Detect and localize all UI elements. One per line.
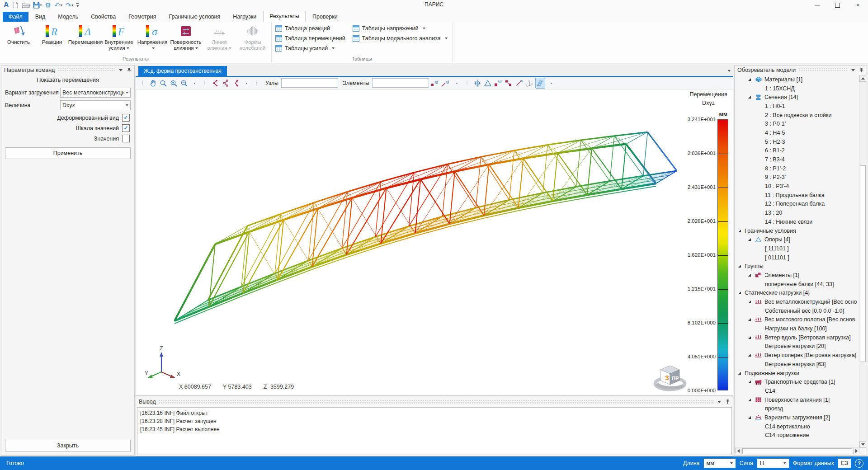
ribbon-button-очистить[interactable]: Очистить bbox=[2, 23, 35, 46]
menu-tab-2[interactable]: Вид bbox=[29, 12, 52, 22]
tree-node[interactable]: 9 : P2-3' bbox=[735, 173, 859, 182]
tree-node[interactable]: 13 : 20 bbox=[735, 208, 859, 217]
tree-node[interactable]: поперечные балки [44, 33] bbox=[735, 280, 859, 289]
tree-expander-icon[interactable] bbox=[748, 398, 751, 402]
local-axes-icon[interactable] bbox=[483, 78, 492, 88]
tree-node[interactable]: 14 : Нижние связи bbox=[735, 217, 859, 226]
section-display-icon[interactable] bbox=[535, 78, 545, 89]
maximize-icon[interactable] bbox=[827, 0, 848, 10]
nodes-input[interactable] bbox=[281, 78, 338, 88]
tree-expander-icon[interactable] bbox=[748, 416, 751, 419]
ribbon-button-таблица-реакций[interactable]: Таблица реакций bbox=[275, 24, 345, 33]
tree-node[interactable]: Поверхности влияния [1] bbox=[735, 395, 859, 404]
zoom-out-icon[interactable] bbox=[179, 78, 189, 88]
output-log[interactable]: [16:23:16 INF] Файл открыт[16:23:28 INF]… bbox=[137, 407, 732, 455]
tree-node[interactable]: Ветровые нагрузки [63] bbox=[735, 360, 859, 369]
toolbar-overflow-icon[interactable] bbox=[452, 78, 461, 88]
tree-node[interactable]: Вес мостового полотна [Вес основ bbox=[735, 315, 859, 324]
tree-node[interactable]: Материалы [1] bbox=[735, 75, 859, 84]
tree-node[interactable]: Сечения [14] bbox=[735, 93, 859, 102]
tree-node[interactable]: 1 : H0-1 bbox=[735, 102, 859, 111]
scroll-down-icon[interactable] bbox=[859, 441, 866, 448]
tree-expander-icon[interactable] bbox=[738, 264, 741, 268]
tree-expander-icon[interactable] bbox=[748, 353, 751, 357]
tree-expander-icon[interactable] bbox=[748, 273, 751, 277]
tree-node[interactable]: Вес металлоконструкций [Вес осно bbox=[735, 297, 859, 306]
ribbon-button-таблицы-усилий[interactable]: Таблицы усилий bbox=[275, 44, 345, 52]
select-free-icon[interactable] bbox=[231, 78, 241, 88]
help-icon[interactable]: ? bbox=[855, 459, 863, 468]
toolbar-overflow-icon[interactable] bbox=[242, 78, 251, 88]
close-button[interactable]: Закрыть bbox=[5, 440, 131, 451]
select-chain-icon[interactable] bbox=[221, 78, 230, 88]
panel-pin-icon[interactable] bbox=[126, 67, 132, 73]
menu-tab-9[interactable]: Проверки bbox=[307, 12, 344, 22]
tree-node[interactable]: Варианты загружения [2] bbox=[735, 413, 859, 422]
toolbar-drag-handle[interactable] bbox=[462, 78, 472, 88]
element-numbers-icon[interactable] bbox=[504, 78, 513, 88]
tree-expander-icon[interactable] bbox=[738, 371, 741, 375]
tree-node[interactable]: Ветровые нагрузки [20] bbox=[735, 342, 859, 351]
tree-node[interactable]: 2 : Все подвески и стойки bbox=[735, 111, 859, 120]
toolbar-drag-handle[interactable] bbox=[252, 78, 261, 88]
node-numbers-icon[interactable]: Nt bbox=[494, 78, 503, 88]
data-format-field[interactable]: E3 bbox=[838, 459, 851, 468]
tab-list-dropdown-icon[interactable] bbox=[728, 67, 731, 74]
menu-tab-3[interactable]: Модель bbox=[52, 12, 84, 22]
tree-node[interactable]: Транспортные средства [1] bbox=[735, 377, 859, 386]
tree-node[interactable]: Собственный вес [0.0 0.0 -1.0] bbox=[735, 306, 859, 315]
tree-node[interactable]: Ветер вдоль [Ветровая нагрузка] bbox=[735, 333, 859, 342]
tree-expander-icon[interactable] bbox=[738, 291, 741, 295]
menu-tab-4[interactable]: Свойства bbox=[85, 12, 122, 22]
ribbon-button-внутренние-усилия[interactable]: FВнутренние усилия bbox=[102, 23, 136, 52]
ribbon-button-напряжения[interactable]: σНапряжения bbox=[136, 23, 169, 52]
tree-node[interactable]: 4 : H4-5 bbox=[735, 128, 859, 137]
tree-node[interactable]: проезд bbox=[735, 404, 859, 413]
tree-node[interactable]: Группы bbox=[735, 262, 859, 271]
tree-node[interactable]: Элементы [1] bbox=[735, 271, 859, 280]
ribbon-button-таблицы-модального-анализа[interactable]: Таблицы модального анализа bbox=[353, 34, 448, 42]
quantity-select[interactable]: Dxyz bbox=[60, 100, 131, 110]
checkbox-шкала-значений[interactable]: ✓ bbox=[122, 124, 130, 132]
tree-expander-icon[interactable] bbox=[748, 300, 751, 304]
select-nodes-icon[interactable] bbox=[211, 78, 220, 88]
tree-node[interactable]: С14 bbox=[735, 386, 859, 395]
tree-expander-icon[interactable] bbox=[748, 78, 751, 81]
zoom-icon[interactable] bbox=[159, 78, 168, 88]
tree-node[interactable]: Опоры [4] bbox=[735, 235, 859, 244]
tree-expander-icon[interactable] bbox=[748, 318, 751, 321]
crosshair-icon[interactable] bbox=[473, 78, 482, 88]
tree-node[interactable]: [ 011101 ] bbox=[735, 253, 859, 262]
toolbar-overflow-icon[interactable] bbox=[547, 78, 556, 88]
tree-node[interactable]: 12 : Поперенчая балка bbox=[735, 200, 859, 209]
panel-pin-icon[interactable] bbox=[725, 399, 730, 404]
viewport-3d[interactable]: Z Y X X 60089.657Y 5783.403Z -3599.279 З… bbox=[136, 89, 733, 396]
force-unit-select[interactable]: Н bbox=[757, 459, 789, 468]
tree-node[interactable]: Нагрузки на балку [100] bbox=[735, 324, 859, 333]
toolbar-drag-handle[interactable] bbox=[200, 78, 209, 88]
tree-node[interactable]: Подвижные нагрузки bbox=[735, 369, 859, 378]
zoom-in-icon[interactable] bbox=[169, 78, 178, 88]
toolbar-overflow-icon[interactable] bbox=[190, 78, 199, 88]
tree-expander-icon[interactable] bbox=[748, 380, 751, 384]
elements-input[interactable] bbox=[372, 78, 429, 88]
tree-node[interactable]: 11 : Продольная балка bbox=[735, 191, 859, 200]
menu-tab-1[interactable]: Файл bbox=[3, 12, 28, 22]
tree-node[interactable]: С14 торможение bbox=[735, 431, 859, 440]
scroll-up-icon[interactable] bbox=[859, 75, 866, 82]
panel-collapse-icon[interactable] bbox=[850, 69, 856, 71]
view-xyz-icon[interactable]: zyx bbox=[525, 78, 534, 88]
length-unit-select[interactable]: мм bbox=[704, 459, 736, 468]
scroll-left-icon[interactable] bbox=[735, 448, 741, 454]
tree-node[interactable]: Граничные условия bbox=[735, 226, 859, 235]
menu-tab-7[interactable]: Нагрузки bbox=[227, 12, 262, 22]
tree-expander-icon[interactable] bbox=[748, 238, 751, 241]
tree-node[interactable]: С14 вертикально bbox=[735, 422, 859, 431]
ribbon-button-поверхность-влияния[interactable]: Поверхность влияния bbox=[169, 23, 203, 52]
scroll-right-icon[interactable] bbox=[853, 448, 859, 454]
close-icon[interactable]: × bbox=[848, 0, 868, 10]
tree-node[interactable]: 3 : P0-1' bbox=[735, 119, 859, 128]
tree-expander-icon[interactable] bbox=[748, 95, 751, 99]
tree-node[interactable]: Ветер поперек [Ветровая нагрузка] bbox=[735, 351, 859, 360]
tree-node[interactable]: 10 : P3'-4 bbox=[735, 182, 859, 191]
